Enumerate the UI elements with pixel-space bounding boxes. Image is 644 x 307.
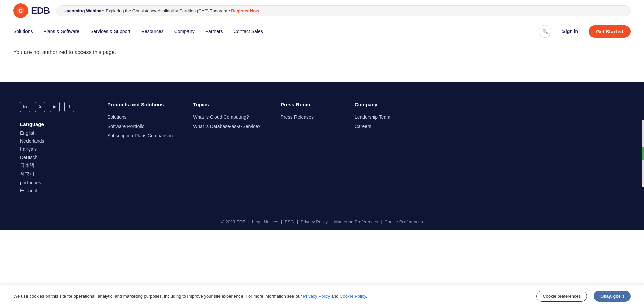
- footer-col-topics: Topics What is Cloud Computing? What is …: [193, 102, 261, 196]
- webinar-label: Upcoming Webinar:: [63, 8, 105, 13]
- footer-link-solutions[interactable]: Solutions: [107, 114, 173, 120]
- linkedin-icon[interactable]: in: [20, 102, 30, 112]
- unauthorized-message: You are not authorized to access this pa…: [13, 49, 631, 55]
- header-top: EDB Upcoming Webinar: Exploring the Cons…: [13, 0, 631, 21]
- footer-col-topics-title: Topics: [193, 102, 261, 107]
- nav-contact[interactable]: Contact Sales: [234, 29, 263, 34]
- footer-link-software-portfolio[interactable]: Software Portfolio: [107, 124, 173, 129]
- footer-col-press: Press Room Press Releases: [281, 102, 334, 196]
- footer-link-subscription-plans[interactable]: Subscription Plans Comparison: [107, 133, 173, 138]
- footer-esg[interactable]: ESG: [285, 219, 294, 224]
- svg-point-2: [20, 10, 22, 12]
- footer-columns: Products and Solutions Solutions Softwar…: [107, 102, 624, 196]
- footer-link-press-releases[interactable]: Press Releases: [281, 114, 334, 120]
- language-item-es[interactable]: Español: [20, 188, 87, 193]
- nav-services[interactable]: Services & Support: [90, 29, 130, 34]
- copyright: © 2023 EDB: [221, 219, 245, 224]
- footer-col-topics-list: What is Cloud Computing? What is Databas…: [193, 114, 261, 129]
- search-icon: 🔍: [542, 29, 548, 34]
- facebook-icon[interactable]: f: [64, 102, 74, 112]
- nav-partners[interactable]: Partners: [205, 29, 223, 34]
- footer-col-company-title: Company: [355, 102, 408, 107]
- webinar-text: Exploring the Consistency-Availability-P…: [106, 8, 227, 13]
- language-section: Language English Nederlands français Deu…: [20, 121, 87, 193]
- twitter-icon[interactable]: 𝕏: [35, 102, 45, 112]
- footer-link-leadership[interactable]: Leadership Team: [355, 114, 408, 120]
- footer-top: in 𝕏 ▶ f Language English Nederlands fra…: [20, 102, 624, 196]
- sign-in-link[interactable]: Sign in: [562, 29, 578, 34]
- footer-col-press-title: Press Room: [281, 102, 334, 107]
- language-item-de[interactable]: Deutsch: [20, 155, 87, 160]
- language-item-nl[interactable]: Nederlands: [20, 138, 87, 144]
- main-content: You are not authorized to access this pa…: [0, 41, 644, 82]
- footer: in 𝕏 ▶ f Language English Nederlands fra…: [0, 82, 644, 230]
- footer-col-products-list: Solutions Software Portfolio Subscriptio…: [107, 114, 173, 138]
- scrollbar-thumb: [642, 147, 644, 160]
- logo-text: EDB: [31, 5, 50, 16]
- footer-col-company: Company Leadership Team Careers: [355, 102, 408, 196]
- get-started-button[interactable]: Get Started: [589, 25, 631, 38]
- footer-col-products-title: Products and Solutions: [107, 102, 173, 107]
- footer-legal-notices[interactable]: Legal Notices: [252, 219, 278, 224]
- footer-col-products: Products and Solutions Solutions Softwar…: [107, 102, 173, 196]
- footer-col-company-list: Leadership Team Careers: [355, 114, 408, 129]
- footer-bottom: © 2023 EDB | Legal Notices | ESG | Priva…: [20, 213, 624, 230]
- search-button[interactable]: 🔍: [539, 25, 551, 38]
- footer-link-cloud-computing[interactable]: What is Cloud Computing?: [193, 114, 261, 120]
- main-nav: Solutions Plans & Software Services & Su…: [13, 21, 631, 41]
- footer-link-careers[interactable]: Careers: [355, 124, 408, 129]
- scrollbar[interactable]: [642, 120, 644, 187]
- logo[interactable]: EDB: [13, 3, 50, 18]
- language-label: Language: [20, 121, 87, 127]
- nav-solutions[interactable]: Solutions: [13, 29, 33, 34]
- footer-privacy-policy[interactable]: Privacy Policy: [301, 219, 328, 224]
- webinar-banner: Upcoming Webinar: Exploring the Consiste…: [56, 5, 631, 16]
- youtube-icon[interactable]: ▶: [50, 102, 60, 112]
- logo-icon: [13, 3, 28, 18]
- webinar-cta[interactable]: Register Now: [231, 8, 259, 13]
- footer-col-press-list: Press Releases: [281, 114, 334, 120]
- footer-left: in 𝕏 ▶ f Language English Nederlands fra…: [20, 102, 87, 196]
- nav-plans[interactable]: Plans & Software: [44, 29, 79, 34]
- nav-company[interactable]: Company: [174, 29, 195, 34]
- language-item-en[interactable]: English: [20, 130, 87, 136]
- social-icons: in 𝕏 ▶ f: [20, 102, 87, 112]
- language-list: English Nederlands français Deutsch 日本語 …: [20, 130, 87, 193]
- footer-marketing-preferences[interactable]: Marketing Preferences: [334, 219, 378, 224]
- footer-link-daas[interactable]: What is Database-as-a-Service?: [193, 124, 261, 129]
- language-item-ko[interactable]: 한국어: [20, 171, 87, 177]
- language-item-pt[interactable]: português: [20, 180, 87, 185]
- nav-resources[interactable]: Resources: [141, 29, 164, 34]
- language-item-fr[interactable]: français: [20, 146, 87, 152]
- footer-cookie-preferences[interactable]: Cookie Preferences: [385, 219, 423, 224]
- header: EDB Upcoming Webinar: Exploring the Cons…: [0, 0, 644, 41]
- language-item-ja[interactable]: 日本語: [20, 163, 87, 169]
